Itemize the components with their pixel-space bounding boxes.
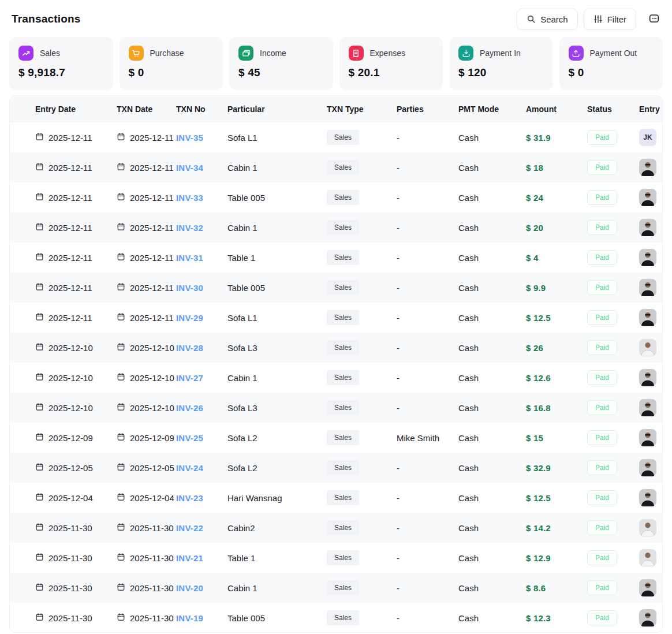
entry-date-cell: 2025-12-11: [10, 122, 117, 152]
txn-link[interactable]: INV-33: [176, 193, 203, 203]
status-badge: Paid: [587, 610, 617, 625]
table-row[interactable]: 2025-12-042025-12-04INV-23Hari WansnagSa…: [10, 483, 663, 513]
card-label: Expenses: [370, 49, 405, 58]
table-row[interactable]: 2025-12-102025-12-10INV-27Cabin 1Sales-C…: [10, 363, 663, 393]
table-row[interactable]: 2025-12-112025-12-11INV-35Sofa L1Sales-C…: [10, 122, 663, 152]
table-row[interactable]: 2025-12-112025-12-11INV-30Table 005Sales…: [10, 273, 663, 303]
calendar-icon: [35, 372, 44, 383]
table-row[interactable]: 2025-12-112025-12-11INV-32Cabin 1Sales-C…: [10, 212, 663, 243]
txn-link[interactable]: INV-24: [176, 463, 203, 473]
pmt-mode-cell: Cash: [458, 573, 526, 603]
txn-type-badge: Sales: [327, 430, 359, 445]
txn-type-badge: Sales: [327, 340, 359, 355]
txn-link[interactable]: INV-25: [176, 433, 203, 443]
parties-cell: -: [397, 363, 458, 393]
status-badge: Paid: [587, 280, 617, 295]
pmt-mode-cell: Cash: [458, 483, 526, 513]
entry-by-cell: [639, 212, 663, 243]
txn-link[interactable]: INV-21: [176, 553, 203, 563]
txn-type-cell: Sales: [327, 573, 397, 603]
avatar: [639, 189, 656, 206]
amount-cell: $ 14.2: [526, 513, 587, 543]
table-row[interactable]: 2025-12-112025-12-11INV-33Table 005Sales…: [10, 182, 663, 212]
calendar-icon: [117, 583, 125, 593]
summary-card-expenses: Expenses$ 20.1: [339, 37, 443, 90]
column-header-txn-date: TXN Date: [117, 96, 176, 122]
txn-link[interactable]: INV-28: [176, 343, 203, 353]
calendar-icon: [117, 342, 125, 353]
txn-link[interactable]: INV-34: [176, 163, 203, 173]
entry-by-cell: [639, 182, 663, 212]
top-bar: Transactions Search Filter: [0, 0, 672, 30]
amount-cell: $ 18: [526, 152, 587, 182]
avatar: [639, 549, 656, 566]
parties-cell: -: [397, 182, 458, 212]
avatar: [639, 429, 656, 446]
txn-type-badge: Sales: [327, 310, 359, 325]
txn-link[interactable]: INV-26: [176, 403, 203, 413]
table-row[interactable]: 2025-12-052025-12-05INV-24Sofa L2Sales-C…: [10, 453, 663, 483]
avatar: [639, 309, 656, 326]
txn-link[interactable]: INV-23: [176, 493, 203, 503]
table-row[interactable]: 2025-11-302025-11-30INV-20Cabin 1Sales-C…: [10, 573, 663, 603]
txn-date-cell: 2025-12-11: [117, 273, 176, 303]
txn-link[interactable]: INV-29: [176, 313, 203, 323]
entry-date-cell: 2025-12-05: [10, 453, 117, 483]
calendar-icon: [35, 432, 44, 443]
entry-by-cell: [639, 393, 663, 423]
txn-no-cell: INV-35: [176, 122, 227, 152]
card-label: Payment Out: [590, 49, 637, 58]
txn-link[interactable]: INV-30: [176, 283, 203, 293]
txn-no-cell: INV-29: [176, 303, 227, 333]
search-button[interactable]: Search: [517, 9, 578, 30]
parties-cell: -: [397, 333, 458, 363]
status-cell: Paid: [587, 182, 639, 212]
txn-date-cell: 2025-12-11: [117, 182, 176, 212]
avatar: [639, 369, 656, 386]
summary-card-purchase: Purchase$ 0: [120, 37, 223, 90]
table-row[interactable]: 2025-12-112025-12-11INV-29Sofa L1Sales-C…: [10, 303, 663, 333]
particular-cell: Cabin 1: [227, 573, 327, 603]
table-row[interactable]: 2025-12-112025-12-11INV-34Cabin 1Sales-C…: [10, 152, 663, 182]
txn-link[interactable]: INV-22: [176, 523, 203, 533]
table-row[interactable]: 2025-12-102025-12-10INV-28Sofa L3Sales-C…: [10, 333, 663, 363]
pmt-mode-cell: Cash: [458, 513, 526, 543]
particular-cell: Cabin 1: [227, 152, 327, 182]
pmt-mode-cell: Cash: [458, 182, 526, 212]
table-row[interactable]: 2025-12-112025-12-11INV-31Table 1Sales-C…: [10, 243, 663, 273]
avatar: JK: [639, 129, 656, 146]
calendar-icon: [35, 162, 44, 173]
txn-type-badge: Sales: [327, 580, 359, 595]
table-row[interactable]: 2025-12-092025-12-09INV-25Sofa L2SalesMi…: [10, 423, 663, 453]
status-cell: Paid: [587, 122, 639, 152]
table-row[interactable]: 2025-11-302025-11-30INV-19Table 005Sales…: [10, 603, 663, 633]
txn-link[interactable]: INV-20: [176, 583, 203, 593]
txn-link[interactable]: INV-19: [176, 613, 203, 623]
pmt-mode-cell: Cash: [458, 243, 526, 273]
entry-date-cell: 2025-11-30: [10, 603, 117, 633]
calendar-icon: [117, 222, 125, 233]
particular-cell: Table 1: [227, 543, 327, 573]
txn-type-badge: Sales: [327, 220, 359, 235]
filter-button[interactable]: Filter: [584, 9, 636, 30]
txn-type-cell: Sales: [327, 423, 397, 453]
status-cell: Paid: [587, 212, 639, 243]
txn-link[interactable]: INV-32: [176, 223, 203, 233]
table-row[interactable]: 2025-11-302025-11-30INV-21Table 1Sales-C…: [10, 543, 663, 573]
status-cell: Paid: [587, 273, 639, 303]
more-options-button[interactable]: [645, 10, 663, 29]
table-row[interactable]: 2025-11-302025-11-30INV-22Cabin2Sales-Ca…: [10, 513, 663, 543]
table-row[interactable]: 2025-12-102025-12-10INV-26Sofa L3Sales-C…: [10, 393, 663, 423]
txn-link[interactable]: INV-27: [176, 373, 203, 383]
txn-link[interactable]: INV-31: [176, 253, 203, 263]
card-label: Income: [260, 49, 286, 58]
txn-date-cell: 2025-12-09: [117, 423, 176, 453]
avatar: [639, 279, 656, 296]
txn-type-cell: Sales: [327, 212, 397, 243]
pmt-mode-cell: Cash: [458, 453, 526, 483]
status-cell: Paid: [587, 543, 639, 573]
entry-by-cell: [639, 483, 663, 513]
calendar-icon: [117, 312, 125, 323]
txn-no-cell: INV-30: [176, 273, 227, 303]
txn-link[interactable]: INV-35: [176, 133, 203, 143]
